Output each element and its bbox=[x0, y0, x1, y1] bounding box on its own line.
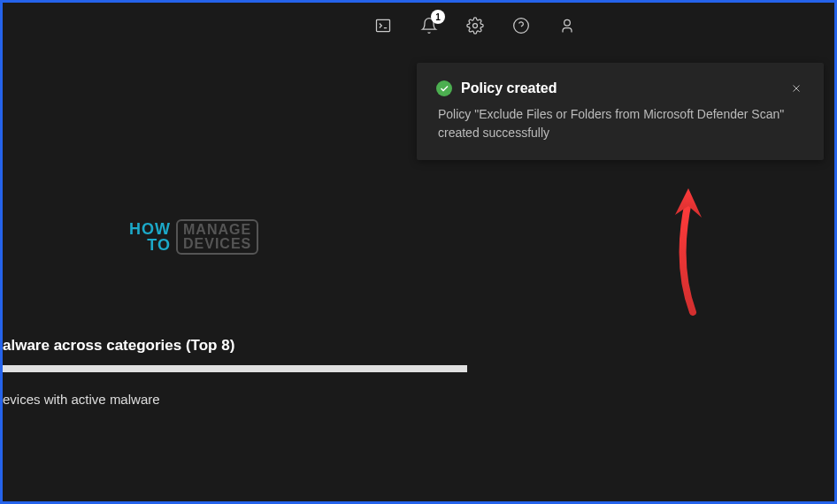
toast-header: Policy created bbox=[436, 80, 804, 96]
svg-rect-0 bbox=[377, 19, 390, 31]
toast-message: Policy "Exclude Files or Folders from Mi… bbox=[436, 105, 804, 142]
chart-section-title: alware across categories (Top 8) bbox=[3, 337, 234, 355]
toast-close-button[interactable] bbox=[788, 80, 804, 96]
svg-point-3 bbox=[564, 19, 571, 26]
watermark-manage: MANAGE bbox=[183, 223, 251, 237]
watermark-devices: DEVICES bbox=[183, 237, 251, 251]
svg-point-1 bbox=[473, 24, 478, 28]
help-icon[interactable] bbox=[511, 15, 532, 36]
toast-title: Policy created bbox=[461, 80, 779, 96]
notifications-icon[interactable]: 1 bbox=[418, 15, 440, 36]
watermark-logo: HOW TO MANAGE DEVICES bbox=[129, 219, 258, 255]
feedback-icon[interactable] bbox=[557, 15, 578, 36]
progress-bar bbox=[3, 365, 467, 372]
settings-icon[interactable] bbox=[465, 15, 486, 36]
topbar: 1 bbox=[3, 3, 834, 49]
notification-badge: 1 bbox=[431, 10, 445, 24]
chart-subtitle: evices with active malware bbox=[3, 392, 160, 407]
watermark-how: HOW bbox=[129, 221, 171, 237]
notification-toast: Policy created Policy "Exclude Files or … bbox=[417, 63, 824, 160]
annotation-arrow bbox=[657, 175, 728, 317]
svg-point-2 bbox=[514, 19, 529, 34]
success-check-icon bbox=[436, 80, 452, 96]
watermark-to: TO bbox=[129, 237, 171, 253]
cloud-shell-icon[interactable] bbox=[372, 15, 394, 36]
